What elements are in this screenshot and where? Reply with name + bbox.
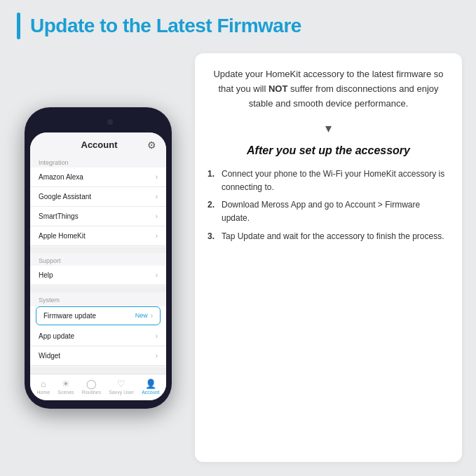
screen-body: Integration Amazon Alexa › Google Assist… (30, 155, 166, 374)
page-header: Update to the Latest Firmware (0, 0, 476, 46)
step-3: Tap Update and wait for the accessory to… (208, 230, 449, 243)
menu-item-label: Google Assistant (39, 193, 91, 200)
menu-item-app-update[interactable]: App update › (30, 327, 166, 346)
nav-item-routines[interactable]: ◯ Routines (82, 379, 102, 395)
screen-title: Account (51, 140, 147, 150)
chevron-icon: › (156, 212, 158, 220)
screen-divider-3 (30, 367, 166, 373)
menu-item-firmware-update[interactable]: Firmware update New › (36, 306, 161, 325)
screen-divider (30, 247, 166, 253)
main-content: Account ⚙ Integration Amazon Alexa › Goo… (0, 46, 476, 476)
nav-item-scenes[interactable]: ☀ Scenes (57, 379, 74, 395)
steps-list: Connect your phone to the Wi-Fi your Hom… (208, 168, 449, 247)
menu-item-smartthings[interactable]: SmartThings › (30, 207, 166, 226)
scenes-icon: ☀ (62, 379, 70, 389)
info-description: Update your HomeKit accessory to the lat… (208, 67, 449, 111)
menu-item-label: Firmware update (43, 312, 96, 320)
chevron-icon: › (156, 352, 158, 360)
menu-group-integration: Amazon Alexa › Google Assistant › SmartT… (30, 168, 166, 246)
menu-item-label: Apple HomeKit (39, 232, 86, 240)
header-accent-bar (17, 13, 20, 39)
menu-item-widget[interactable]: Widget › (30, 346, 166, 366)
chevron-icon: › (156, 193, 158, 200)
menu-item-help[interactable]: Help › (30, 266, 166, 285)
arrow-down-icon: ▾ (208, 121, 449, 136)
menu-item-label: Widget (39, 352, 60, 360)
routines-icon: ◯ (86, 379, 97, 389)
nav-item-account[interactable]: 👤 Account (142, 379, 159, 395)
chevron-icon: › (156, 271, 158, 279)
screen-header: Account ⚙ (30, 132, 166, 155)
menu-group-system: Firmware update New › App update › Widge… (30, 306, 166, 366)
menu-group-support: Help › (30, 266, 166, 285)
nav-item-savvy-user[interactable]: ♡ Savvy User (109, 379, 134, 395)
chevron-icon: › (156, 332, 158, 340)
screen-divider-2 (30, 287, 166, 292)
chevron-icon: › (156, 173, 158, 181)
firmware-badge: New (135, 312, 148, 319)
menu-item-google-assistant[interactable]: Google Assistant › (30, 187, 166, 207)
menu-item-amazon-alexa[interactable]: Amazon Alexa › (30, 168, 166, 187)
page-title: Update to the Latest Firmware (30, 15, 301, 37)
account-icon: 👤 (145, 379, 156, 389)
phone-notch (74, 116, 123, 130)
nav-label: Scenes (57, 390, 74, 395)
nav-label: Account (142, 390, 159, 395)
step-2: Download Meross App and go to Account > … (208, 198, 449, 225)
phone-screen: Account ⚙ Integration Amazon Alexa › Goo… (30, 132, 166, 400)
phone-body: Account ⚙ Integration Amazon Alexa › Goo… (25, 107, 172, 409)
menu-item-label: SmartThings (39, 212, 79, 220)
menu-item-label: App update (39, 332, 74, 340)
menu-item-label: Help (39, 271, 53, 279)
section-label-integration: Integration (30, 155, 166, 168)
bottom-nav: ⌂ Home ☀ Scenes ◯ Routines ♡ Savvy User (30, 374, 166, 400)
savvy-user-icon: ♡ (117, 379, 125, 389)
phone-mockup: Account ⚙ Integration Amazon Alexa › Goo… (14, 53, 182, 462)
menu-item-label: Amazon Alexa (39, 173, 83, 181)
step-1: Connect your phone to the Wi-Fi your Hom… (208, 168, 449, 194)
nav-label: Home (37, 390, 50, 395)
after-title: After you set up the accessory (208, 143, 449, 158)
menu-item-apple-homekit[interactable]: Apple HomeKit › (30, 226, 166, 246)
info-panel: Update your HomeKit accessory to the lat… (195, 53, 462, 462)
home-icon: ⌂ (41, 379, 46, 389)
section-label-support: Support (30, 253, 166, 266)
nav-label: Routines (82, 390, 102, 395)
gear-icon[interactable]: ⚙ (147, 140, 156, 151)
chevron-icon: › (156, 232, 158, 240)
nav-label: Savvy User (109, 390, 134, 395)
section-label-system: System (30, 292, 166, 305)
nav-item-home[interactable]: ⌂ Home (37, 379, 50, 395)
chevron-icon: › (151, 312, 153, 320)
